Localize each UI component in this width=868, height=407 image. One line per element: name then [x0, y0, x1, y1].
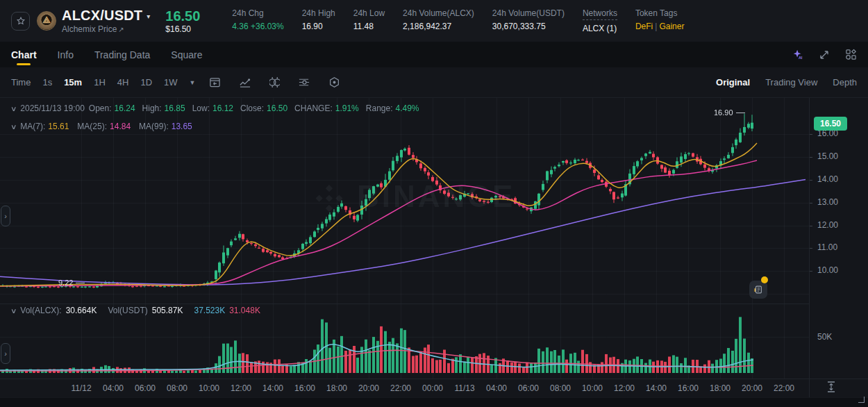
ohlc-field-value: 1.91%: [335, 103, 359, 113]
pair-subtitle: Alchemix Price: [62, 24, 117, 34]
time-tick-label: 22:00: [390, 383, 411, 393]
interval-more-caret-icon[interactable]: ▼: [190, 79, 196, 86]
binance-logo-icon: [311, 178, 347, 215]
vol-ma2-value: 31.048K: [229, 306, 260, 315]
ma-value: 15.61: [48, 122, 69, 131]
chart-mode-switcher: OriginalTrading ViewDepth: [716, 77, 857, 88]
price-info-link[interactable]: Alchemix Price↗: [62, 24, 150, 34]
stat-value[interactable]: ALCX (1): [583, 24, 617, 33]
stat-networks: NetworksALCX (1): [583, 8, 617, 33]
time-tick-label: 16:00: [294, 383, 315, 393]
stat-label[interactable]: Networks: [583, 8, 617, 20]
stat-label: 24h Low: [353, 8, 385, 18]
tab-info[interactable]: Info: [58, 42, 74, 67]
current-price-badge: 16.50: [814, 117, 847, 131]
chart-settings-gear-icon[interactable]: [328, 76, 340, 88]
time-tick-label: 14:00: [646, 383, 667, 393]
marker-dash: [76, 283, 85, 283]
watermark-text: BINANCE: [357, 179, 515, 214]
interval-time[interactable]: Time: [11, 77, 31, 88]
ma-label: MA(7):: [20, 122, 45, 131]
stat-24h-high: 24h High16.90: [302, 8, 335, 33]
mode-trading-view[interactable]: Trading View: [765, 77, 817, 88]
token-tag-link[interactable]: Gainer: [659, 22, 684, 31]
ma-label: MA(99):: [139, 122, 169, 131]
notification-dot: [761, 276, 768, 283]
pane-divider[interactable]: [0, 304, 809, 304]
ohlc-field-label: CHANGE:: [294, 103, 333, 113]
low-price-marker: 9.22: [58, 279, 85, 287]
time-tick-label: 20:00: [358, 383, 379, 393]
indicator-settings-icon[interactable]: [298, 76, 310, 88]
candle-datetime: 2025/11/13 19:00: [20, 103, 85, 113]
price-tick-label: 10.00: [817, 265, 838, 275]
vol-alcx-label: Vol(ALCX):: [20, 306, 61, 315]
expand-vertical-icon[interactable]: [826, 381, 837, 396]
chart-style-icon[interactable]: [239, 76, 251, 88]
price-tick-label: 13.00: [817, 197, 838, 207]
high-price-marker: 16.90: [714, 108, 745, 117]
ma-item: MA(7):15.61: [20, 122, 69, 131]
price-tick-mark: [810, 271, 812, 272]
ma-values: MA(7):15.61MA(25):14.84MA(99):13.65: [20, 122, 200, 131]
volume-axis-tick: 50K: [817, 332, 832, 342]
stat-value: 30,670,333.75: [492, 22, 565, 31]
interval-1h[interactable]: 1H: [94, 77, 106, 88]
tab-chart[interactable]: Chart: [11, 42, 37, 67]
time-tick-label: 20:00: [742, 383, 762, 393]
time-tick-label: 16:00: [678, 383, 699, 393]
ohlc-field-label: Close:: [240, 103, 264, 113]
collapse-caret-icon[interactable]: ∨: [10, 105, 17, 113]
mode-original[interactable]: Original: [716, 77, 750, 88]
stat-label: 24h Chg: [232, 8, 263, 18]
time-tick-label: 04:00: [486, 383, 507, 393]
grid-layout-icon[interactable]: [844, 49, 857, 61]
tab-square[interactable]: Square: [171, 42, 202, 67]
price-tick-label: 12.00: [817, 220, 838, 230]
time-tick-label: 08:00: [550, 383, 571, 393]
price-axis[interactable]: 16.50 50K 16.0015.0014.0013.0012.0011.00…: [810, 98, 868, 379]
tool-icons: [209, 76, 340, 88]
left-panel-toggle-volume[interactable]: ›: [1, 343, 10, 364]
resize-corner-icon[interactable]: [858, 397, 865, 403]
time-tick-label: 11/13: [454, 383, 474, 393]
header: ⟁ ALCX/USDT ▾ Alchemix Price↗ 16.50 $16.…: [0, 0, 868, 42]
interval-4h[interactable]: 4H: [117, 77, 129, 88]
tab-trading-data[interactable]: Trading Data: [94, 42, 150, 67]
usd-price: $16.50: [165, 24, 214, 34]
ohlc-field-value: 16.85: [165, 103, 185, 113]
left-panel-toggle-main[interactable]: ›: [1, 206, 10, 226]
stat-label: Token Tags: [635, 8, 678, 18]
chart-canvas[interactable]: [0, 98, 809, 379]
interval-1w[interactable]: 1W: [164, 77, 178, 88]
time-tick-label: 00:00: [422, 383, 443, 393]
ohlc-field: Low:16.12: [192, 103, 233, 113]
favorite-star-button[interactable]: [11, 12, 30, 31]
jump-to-date-icon[interactable]: [209, 76, 221, 88]
interval-1s[interactable]: 1s: [42, 77, 52, 88]
time-tick-label: 18:00: [326, 383, 347, 393]
candlestick-settings-icon[interactable]: [269, 76, 280, 88]
interval-1d[interactable]: 1D: [140, 77, 152, 88]
time-tick-label: 04:00: [103, 383, 124, 393]
stat-value: DeFi|Gainer: [635, 22, 685, 31]
price-tick-mark: [810, 248, 812, 249]
collapse-caret-icon[interactable]: ∨: [10, 307, 17, 315]
ohlc-field: CHANGE:1.91%: [294, 103, 359, 113]
high-marker-label: 16.90: [714, 108, 733, 117]
stat-value: 2,186,942.37: [403, 22, 474, 31]
ai-assistant-icon[interactable]: AI: [792, 49, 804, 61]
vol-alcx-value: 30.664K: [66, 306, 97, 315]
time-axis[interactable]: 11/1204:0006:0008:0010:0012:0014:0016:00…: [0, 379, 809, 397]
time-tick-label: 18:00: [710, 383, 731, 393]
ohlc-field-label: Open:: [89, 103, 112, 113]
collapse-caret-icon[interactable]: ∨: [10, 123, 17, 131]
fullscreen-expand-icon[interactable]: [818, 49, 831, 61]
ma-label: MA(25):: [77, 122, 107, 131]
mode-depth[interactable]: Depth: [833, 77, 857, 88]
interval-15m[interactable]: 15m: [64, 77, 82, 88]
token-tag-link[interactable]: DeFi: [635, 22, 653, 31]
pair-dropdown-caret-icon[interactable]: ▾: [147, 13, 150, 20]
pair-block[interactable]: ALCX/USDT ▾ Alchemix Price↗: [62, 8, 150, 34]
stat-value: 4.36 +36.03%: [232, 22, 283, 31]
